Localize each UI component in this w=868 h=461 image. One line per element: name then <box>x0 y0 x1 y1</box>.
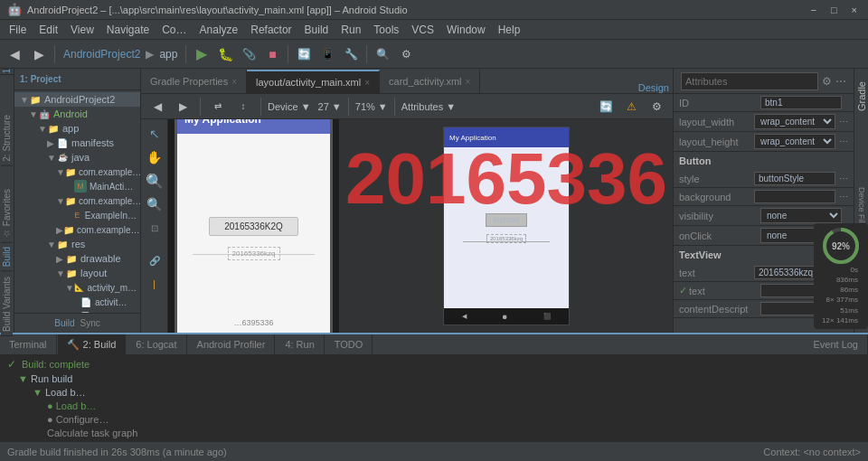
tab-card-activity-label: card_activity.xml <box>389 76 461 87</box>
zoom-in-tool[interactable]: 🔍 <box>144 170 165 192</box>
prop-layout-height-select[interactable]: wrap_content match_parent fixed <box>754 134 835 149</box>
gradle-label[interactable]: Gradle <box>856 81 867 111</box>
toolbar-back-btn[interactable]: ◀ <box>4 43 25 65</box>
tree-exampleinst[interactable]: E ExampleIn… <box>14 208 140 222</box>
prop-background-input[interactable] <box>754 190 835 203</box>
props-gear-icon[interactable]: ⚙ <box>822 75 832 88</box>
menu-navigate[interactable]: Navigate <box>101 22 155 38</box>
tree-mainactivity[interactable]: M MainActi… <box>14 179 140 193</box>
tree-drawable[interactable]: ▶ 📁 drawable <box>14 251 140 266</box>
prop-style-input[interactable] <box>754 172 835 185</box>
design-vert-btn[interactable]: ↕ <box>232 96 254 118</box>
prop-background-dots[interactable]: ⋯ <box>839 192 848 202</box>
prop-height-dots[interactable]: ⋯ <box>839 136 848 146</box>
prop-layout-width-select[interactable]: wrap_content match_parent fixed <box>754 114 835 129</box>
zoom-selector[interactable]: 71% ▼ <box>355 101 388 112</box>
toolbar-run-btn[interactable]: ▶ <box>191 43 212 65</box>
menu-file[interactable]: File <box>4 22 32 38</box>
menu-view[interactable]: View <box>65 22 99 38</box>
design-back-btn[interactable]: ◀ <box>146 96 168 118</box>
attributes-btn[interactable]: Attributes ▼ <box>401 101 456 112</box>
fit-tool[interactable]: ⊡ <box>144 217 165 239</box>
close-btn[interactable]: × <box>848 5 861 15</box>
tree-com3[interactable]: ▶ 📁 com.example… <box>14 222 140 237</box>
menu-vcs[interactable]: VCS <box>406 22 439 38</box>
prop-id-input[interactable] <box>760 96 842 109</box>
tab-card-activity[interactable]: card_activity.xml × <box>380 70 480 93</box>
warn-btn[interactable]: ⚠ <box>620 96 642 118</box>
tab-activity-main-close[interactable]: × <box>364 78 370 88</box>
tree-layout[interactable]: ▼ 📁 layout <box>14 266 140 280</box>
design-canvas[interactable]: 20165336 My Application BUTTON <box>340 119 673 333</box>
gradle-sidebar[interactable]: Gradle Device File Explorer 92% 0s 836ms… <box>854 69 868 333</box>
props-search-input[interactable] <box>681 72 818 90</box>
toolbar-avd-btn[interactable]: 📱 <box>316 43 338 65</box>
favorites-label[interactable]: ☆ Favorites <box>1 185 13 243</box>
more-options-btn[interactable]: ⚙ <box>646 96 667 118</box>
toolbar-debug-btn[interactable]: 🐛 <box>214 43 236 65</box>
guideline-tool[interactable]: | <box>144 273 165 295</box>
toolbar-attach-btn[interactable]: 📎 <box>238 43 259 65</box>
pan-tool[interactable]: ✋ <box>144 146 165 168</box>
tab-activity-main[interactable]: layout/activity_main.xml × <box>247 70 380 93</box>
toolbar-sdk-btn[interactable]: 🔧 <box>340 43 362 65</box>
build-btn[interactable]: Build <box>54 318 74 328</box>
pointer-tool[interactable]: ↖ <box>144 123 165 145</box>
tab-build[interactable]: 🔨 2: Build <box>58 334 127 354</box>
tree-manifests[interactable]: ▶ 📄 manifests <box>14 136 140 150</box>
tab-card-activity-close[interactable]: × <box>466 77 471 87</box>
menu-help[interactable]: Help <box>493 22 526 38</box>
maximize-btn[interactable]: □ <box>827 5 841 15</box>
tree-activity-main[interactable]: ▼ 📐 activity_m… <box>14 280 140 295</box>
tab-gradle-props-close[interactable]: × <box>231 77 237 87</box>
api-selector[interactable]: 27 ▼ <box>318 101 342 112</box>
constraint-tool[interactable]: 🔗 <box>144 249 165 271</box>
tree-activ1[interactable]: 📄 activit… <box>14 295 140 309</box>
build-label-side[interactable]: Build <box>1 243 13 271</box>
menu-window[interactable]: Window <box>441 22 491 38</box>
tree-androidproject2[interactable]: ▼ 📁 AndroidProject2 <box>14 92 140 107</box>
menu-tools[interactable]: Tools <box>368 22 404 38</box>
build-variants-label[interactable]: Build Variants <box>1 273 13 336</box>
layout-id-overlay: …6395336 <box>233 318 273 327</box>
prop-style-dots[interactable]: ⋯ <box>839 174 848 183</box>
sync-btn[interactable]: Sync <box>80 318 100 328</box>
project-tree: ▼ 📁 AndroidProject2 ▼ 🤖 Android ▼ 📁 app … <box>14 90 140 313</box>
design-tab[interactable]: Design <box>638 82 669 93</box>
tree-java[interactable]: ▼ ☕ java <box>14 150 140 165</box>
tree-res[interactable]: ▼ 📁 res <box>14 237 140 251</box>
menu-run[interactable]: Run <box>335 22 366 38</box>
menu-analyze[interactable]: Analyze <box>194 22 244 38</box>
menu-code[interactable]: Co… <box>156 22 192 38</box>
menu-refactor[interactable]: Refactor <box>245 22 297 38</box>
toolbar-sync-btn[interactable]: 🔄 <box>293 43 315 65</box>
prop-visibility-select[interactable]: none visible invisible gone <box>760 208 842 223</box>
tree-com2[interactable]: ▼ 📁 com.example… <box>14 193 140 208</box>
tab-logcat[interactable]: 6: Logcat <box>127 334 186 354</box>
design-toggle-btn[interactable]: ⇄ <box>207 96 229 118</box>
structure-label[interactable]: 2: Structure <box>1 111 13 166</box>
menu-build[interactable]: Build <box>299 22 335 38</box>
tab-event-log[interactable]: Event Log <box>804 334 868 354</box>
toolbar-stop-btn[interactable]: ■ <box>261 43 283 65</box>
menu-edit[interactable]: Edit <box>33 22 63 38</box>
prop-width-dots[interactable]: ⋯ <box>839 117 848 127</box>
tree-com1[interactable]: ▼ 📁 com.example… <box>14 165 140 179</box>
minimize-btn[interactable]: − <box>807 5 819 15</box>
tab-run[interactable]: 4: Run <box>276 334 324 354</box>
design-preview-button[interactable]: BUTTON <box>486 213 528 227</box>
refresh-btn[interactable]: 🔄 <box>595 96 617 118</box>
tab-gradle-props[interactable]: Gradle Properties × <box>141 70 247 93</box>
tree-app[interactable]: ▼ 📁 app <box>14 121 140 136</box>
design-forward-btn[interactable]: ▶ <box>172 96 193 118</box>
tab-todo[interactable]: TODO <box>326 334 373 354</box>
toolbar-search-btn[interactable]: 🔍 <box>372 43 393 65</box>
phone-button[interactable]: 20165336K2Q <box>209 217 298 236</box>
zoom-out-tool[interactable]: 🔍 <box>144 193 165 215</box>
props-more-icon[interactable]: ⋯ <box>835 75 846 88</box>
tree-android[interactable]: ▼ 🤖 Android <box>14 107 140 121</box>
toolbar-settings-btn[interactable]: ⚙ <box>395 43 417 65</box>
tab-profiler[interactable]: Android Profiler <box>188 334 276 354</box>
toolbar-forward-btn[interactable]: ▶ <box>28 43 50 65</box>
device-selector[interactable]: Device ▼ <box>268 101 311 112</box>
